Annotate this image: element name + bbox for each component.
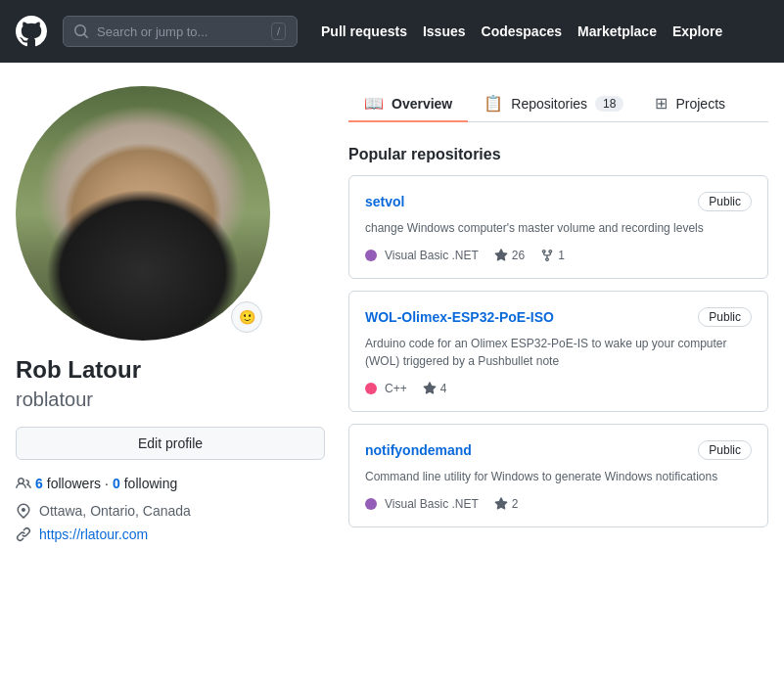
search-input[interactable] (97, 24, 263, 39)
tab-overview-label: Overview (392, 96, 452, 112)
stars-count-setvol: 26 (512, 249, 525, 262)
people-icon (16, 476, 31, 491)
tab-repositories-label: Repositories (511, 96, 587, 112)
star-icon (494, 497, 508, 511)
marketplace-link[interactable]: Marketplace (577, 23, 657, 39)
repo-card-header-notify: notifyondemand Public (365, 440, 752, 460)
lang-dot-vb (365, 250, 377, 261)
repo-meta-notify: Visual Basic .NET 2 (365, 497, 752, 511)
repo-name-setvol[interactable]: setvol (365, 194, 404, 209)
repo-forks-setvol: 1 (540, 249, 565, 262)
explore-link[interactable]: Explore (672, 23, 722, 39)
location-text: Ottawa, Ontario, Canada (39, 503, 191, 519)
star-icon (423, 382, 437, 395)
repo-stars-wol: 4 (423, 382, 447, 395)
repo-stars-setvol: 26 (494, 249, 525, 262)
repositories-icon: 📋 (484, 94, 503, 113)
issues-link[interactable]: Issues (423, 23, 466, 39)
link-icon (16, 526, 31, 542)
repo-meta-setvol: Visual Basic .NET 26 1 (365, 249, 752, 262)
search-bar[interactable]: / (63, 16, 298, 47)
following-link[interactable]: 0 (113, 476, 120, 491)
overview-icon: 📖 (364, 94, 384, 113)
tab-projects-label: Projects (675, 96, 725, 112)
followers-row: 6 followers · 0 following (16, 476, 325, 491)
profile-username: roblatour (16, 389, 325, 411)
lang-label-wol: C++ (385, 382, 407, 395)
location-icon (16, 503, 31, 519)
lang-label-setvol: Visual Basic .NET (385, 249, 479, 262)
main-content: 📖 Overview 📋 Repositories 18 ⊞ Projects … (348, 86, 768, 542)
repo-card-header-wol: WOL-Olimex-ESP32-PoE-ISO Public (365, 307, 752, 327)
search-icon (73, 23, 89, 39)
fork-icon (540, 249, 554, 262)
profile-tabs: 📖 Overview 📋 Repositories 18 ⊞ Projects (348, 86, 768, 122)
forks-count-setvol: 1 (558, 249, 565, 262)
repo-desc-wol: Arduino code for an Olimex ESP32-PoE-IS … (365, 335, 752, 370)
repo-badge-notify: Public (698, 440, 752, 460)
codespaces-link[interactable]: Codespaces (482, 23, 562, 39)
repo-lang-wol: C++ (365, 382, 407, 395)
repo-badge-wol: Public (698, 307, 752, 327)
repo-card-setvol: setvol Public change Windows computer's … (348, 175, 768, 279)
github-logo[interactable] (16, 16, 47, 47)
repositories-badge: 18 (595, 96, 623, 112)
search-shortcut: / (271, 23, 286, 40)
profile-sidebar: 🙂 Rob Latour roblatour Edit profile 6 fo… (16, 86, 348, 542)
popular-repos-title: Popular repositories (348, 146, 768, 163)
repo-desc-setvol: change Windows computer's master volume … (365, 219, 752, 237)
followers-link[interactable]: 6 (35, 476, 43, 491)
repo-desc-notify: Command line utility for Windows to gene… (365, 468, 752, 485)
repo-name-wol[interactable]: WOL-Olimex-ESP32-PoE-ISO (365, 309, 554, 325)
avatar-emoji-button[interactable]: 🙂 (231, 301, 262, 333)
repo-lang-notify: Visual Basic .NET (365, 497, 479, 511)
repo-name-notify[interactable]: notifyondemand (365, 442, 472, 458)
profile-name: Rob Latour (16, 356, 325, 385)
lang-dot-vb2 (365, 498, 377, 510)
location-row: Ottawa, Ontario, Canada (16, 503, 325, 519)
main-layout: 🙂 Rob Latour roblatour Edit profile 6 fo… (0, 63, 784, 542)
tab-repositories[interactable]: 📋 Repositories 18 (468, 86, 639, 122)
repo-card-header: setvol Public (365, 192, 752, 211)
following-label: following (124, 476, 177, 491)
nav-links: Pull requests Issues Codespaces Marketpl… (321, 23, 722, 39)
followers-label: followers (47, 476, 101, 491)
repo-card-wol: WOL-Olimex-ESP32-PoE-ISO Public Arduino … (348, 291, 768, 412)
repo-lang-setvol: Visual Basic .NET (365, 249, 479, 262)
avatar (16, 86, 270, 341)
separator: · (105, 476, 109, 491)
navbar: / Pull requests Issues Codespaces Market… (0, 0, 784, 63)
lang-label-notify: Visual Basic .NET (385, 497, 479, 511)
stars-count-notify: 2 (512, 497, 519, 511)
repo-card-notify: notifyondemand Public Command line utili… (348, 424, 768, 527)
tab-overview[interactable]: 📖 Overview (348, 86, 468, 122)
projects-icon: ⊞ (655, 94, 668, 113)
tab-projects[interactable]: ⊞ Projects (639, 86, 741, 122)
repo-badge-setvol: Public (698, 192, 752, 211)
star-icon (494, 249, 508, 262)
website-row: https://rlatour.com (16, 526, 325, 542)
website-link[interactable]: https://rlatour.com (39, 526, 148, 542)
edit-profile-button[interactable]: Edit profile (16, 427, 325, 460)
pull-requests-link[interactable]: Pull requests (321, 23, 407, 39)
lang-dot-cpp (365, 383, 377, 394)
stars-count-wol: 4 (440, 382, 447, 395)
repo-stars-notify: 2 (494, 497, 519, 511)
repo-meta-wol: C++ 4 (365, 382, 752, 395)
